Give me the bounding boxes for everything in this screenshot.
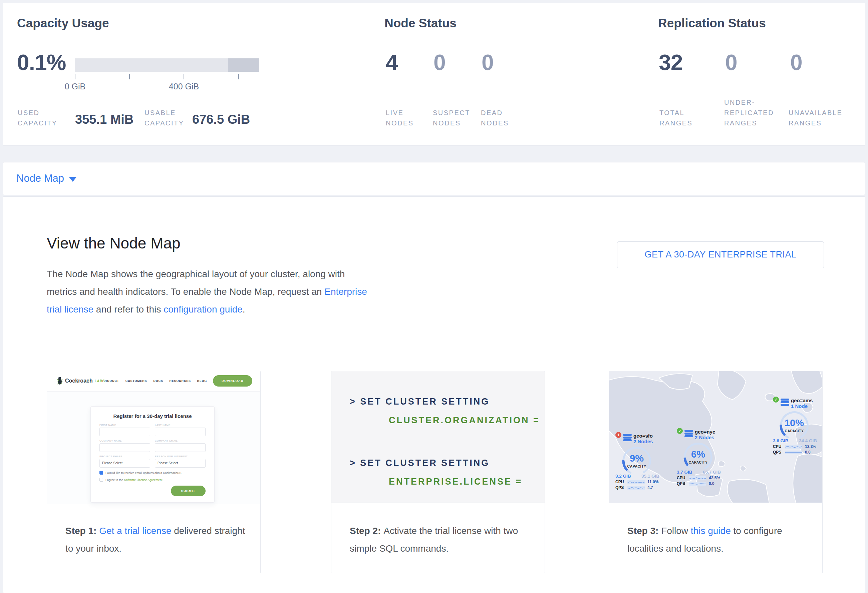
capacity-usage-title: Capacity Usage <box>17 16 109 30</box>
step1-card: Cockroach LABS PRODUCT CUSTOMERS DOCS RE… <box>47 371 261 573</box>
node-stack-icon <box>623 433 632 442</box>
node-map-dropdown[interactable]: Node Map <box>16 172 64 184</box>
step2-card: > SET CLUSTER SETTING CLUSTER.ORGANIZATI… <box>331 371 545 573</box>
capacity-percent: 0.1% <box>17 50 66 75</box>
suspect-nodes-label: SUSPECT NODES <box>433 108 470 128</box>
node-count: 2 Nodes <box>633 438 653 444</box>
qps-sparkline <box>689 482 706 486</box>
page-title: View the Node Map <box>47 234 180 252</box>
get-trial-license-link[interactable]: Get a trial license <box>99 525 171 536</box>
node-count: 1 Node <box>791 403 813 409</box>
step1-caption: Step 1: Get a trial license delivered st… <box>65 503 247 557</box>
node-map-description: The Node Map shows the geographical layo… <box>47 265 381 318</box>
sql-arg: ENTERPRISE.LICENSE = <box>350 477 545 488</box>
axis-tick <box>129 74 130 79</box>
cluster-widget-sfo: 1 geo=sfo 2 Nodes 9% CAPACITY 3.2 GiB35. <box>616 433 669 490</box>
healthy-badge: ✓ <box>677 428 683 434</box>
used-capacity-label: USED CAPACITY <box>18 108 58 128</box>
step3-caption: Step 3: Follow this guide to configure l… <box>627 503 809 557</box>
cpu-sparkline <box>627 480 645 484</box>
node-stack-icon <box>781 398 789 406</box>
usable-capacity-label: USABLE CAPACITY <box>145 108 184 128</box>
checkbox-checked-icon <box>99 471 103 475</box>
axis-tick <box>75 74 75 79</box>
under-replicated-label: UNDER- REPLICATED RANGES <box>724 97 774 128</box>
node-count: 2 Nodes <box>695 434 715 440</box>
qps-sparkline <box>627 486 645 490</box>
registration-page-thumbnail: Cockroach LABS PRODUCT CUSTOMERS DOCS RE… <box>47 371 260 504</box>
sql-line: > SET CLUSTER SETTING <box>350 458 545 469</box>
unavailable-label: UNAVAILABLE RANGES <box>788 108 842 128</box>
suspect-nodes-value: 0 <box>434 50 446 75</box>
first-name-field <box>99 428 150 436</box>
capacity-bar-other-segment <box>228 58 259 72</box>
node-stack-icon <box>685 429 693 438</box>
total-ranges-label: TOTAL RANGES <box>660 108 692 128</box>
node-status-title: Node Status <box>384 16 456 30</box>
sql-arg: CLUSTER.ORGANIZATION = <box>350 415 545 427</box>
cockroach-logo-icon <box>56 377 63 385</box>
company-email-field <box>155 443 205 452</box>
capacity-gauge: 10% CAPACITY <box>778 409 810 441</box>
unavailable-value: 0 <box>790 50 802 75</box>
cpu-sparkline <box>785 445 802 449</box>
locality-label: geo=ams <box>791 398 813 403</box>
thumbnail-nav: PRODUCT CUSTOMERS DOCS RESOURCES BLOG <box>102 379 207 383</box>
used-capacity-value: 355.1 MiB <box>75 112 133 127</box>
healthy-badge: ✓ <box>773 397 779 403</box>
live-nodes-label: LIVE NODES <box>386 108 414 128</box>
capacity-bar <box>75 58 259 72</box>
under-replicated-value: 0 <box>725 50 737 75</box>
axis-label-0: 0 GiB <box>65 82 86 91</box>
capacity-gauge: 9% CAPACITY <box>621 445 653 477</box>
enterprise-trial-button[interactable]: GET A 30-DAY ENTERPRISE TRIAL <box>617 241 824 268</box>
cockroach-labs-logo: Cockroach LABS <box>56 377 105 385</box>
step2-caption: Step 2: Activate the trial license with … <box>350 503 531 557</box>
error-badge: 1 <box>616 432 621 438</box>
locality-label: geo=nyc <box>695 429 715 434</box>
cluster-stats-panel: Capacity Usage 0.1% 0 GiB 400 GiB USED C… <box>3 3 865 146</box>
submit-pill: SUBMIT <box>171 486 205 496</box>
chevron-down-icon <box>69 177 77 182</box>
view-selector-bar: Node Map <box>3 162 865 195</box>
form-title: Register for a 30-day trial license <box>99 413 205 419</box>
axis-label-400: 400 GiB <box>169 82 199 91</box>
last-name-field <box>155 428 205 436</box>
axis-tick <box>183 74 184 79</box>
sql-line: > SET CLUSTER SETTING <box>350 397 545 408</box>
node-map-promo-panel: View the Node Map The Node Map shows the… <box>3 196 865 593</box>
replication-status-title: Replication Status <box>658 16 766 30</box>
checkbox-empty-icon <box>99 478 103 482</box>
step3-card: 1 geo=sfo 2 Nodes 9% CAPACITY 3.2 GiB35. <box>609 371 822 573</box>
total-ranges-value: 32 <box>659 50 682 75</box>
dead-nodes-label: DEAD NODES <box>481 108 509 128</box>
qps-sparkline <box>785 450 802 454</box>
project-phase-select: Please Select <box>99 459 150 468</box>
download-pill: DOWNLOAD <box>213 375 252 387</box>
capacity-gauge: 6% CAPACITY <box>682 441 714 473</box>
cluster-widget-nyc: ✓ geo=nyc 2 Nodes 6% CAPACITY 3.7 GiB65. <box>677 429 730 486</box>
company-name-field <box>99 443 150 452</box>
trial-license-form: Register for a 30-day trial license FIRS… <box>90 406 215 503</box>
cpu-sparkline <box>689 476 706 480</box>
locality-label: geo=sfo <box>633 433 653 438</box>
node-map-preview: 1 geo=sfo 2 Nodes 9% CAPACITY 3.2 GiB35. <box>609 371 822 503</box>
section-divider <box>47 349 822 349</box>
cluster-widget-ams: ✓ geo=ams 1 Node 10% CAPACITY 3.6 GiB34. <box>773 398 822 455</box>
dead-nodes-value: 0 <box>481 50 493 75</box>
license-agreement-link: Software License Agreement. <box>124 478 164 482</box>
axis-tick <box>238 74 239 79</box>
live-nodes-value: 4 <box>386 50 398 75</box>
sql-code-block: > SET CLUSTER SETTING CLUSTER.ORGANIZATI… <box>331 371 545 503</box>
enterprise-trial-license-link[interactable]: Enterprise <box>324 287 367 297</box>
usable-capacity-value: 676.5 GiB <box>192 112 250 127</box>
enterprise-trial-license-link[interactable]: trial license <box>47 304 93 315</box>
this-guide-link[interactable]: this guide <box>691 525 731 536</box>
reason-select: Please Select <box>155 459 205 468</box>
configuration-guide-link[interactable]: configuration guide <box>164 304 243 315</box>
